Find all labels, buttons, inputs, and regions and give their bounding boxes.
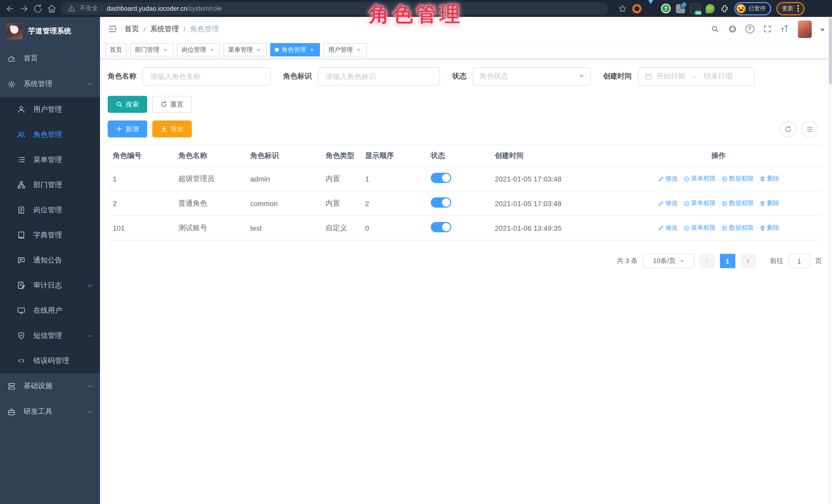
extension-leaf-icon[interactable] bbox=[706, 4, 715, 13]
profile-paused-badge[interactable]: 已暂停 bbox=[734, 2, 771, 15]
scrollbar-thumb[interactable] bbox=[829, 18, 831, 85]
close-icon[interactable]: × bbox=[309, 46, 315, 53]
extension-gem-icon[interactable] bbox=[647, 4, 656, 13]
start-date-placeholder: 开始日期 bbox=[656, 72, 685, 81]
page-number-active[interactable]: 1 bbox=[720, 254, 735, 268]
status-select[interactable]: 角色状态 bbox=[473, 67, 591, 86]
tab-departments[interactable]: 部门管理× bbox=[130, 43, 173, 56]
tab-home[interactable]: 首页 bbox=[105, 43, 127, 56]
role-name-label: 角色名称 bbox=[108, 72, 136, 81]
sidebar-item-users[interactable]: 用户管理 bbox=[0, 97, 100, 122]
tab-menus[interactable]: 菜单管理× bbox=[224, 43, 267, 56]
delete-link[interactable]: 删除 bbox=[759, 174, 779, 183]
data-permission-link[interactable]: 数据权限 bbox=[722, 199, 754, 208]
search-button[interactable]: 搜索 bbox=[108, 96, 147, 113]
sidebar-item-home[interactable]: 首页 bbox=[0, 46, 100, 71]
delete-link[interactable]: 删除 bbox=[759, 199, 779, 208]
edit-link[interactable]: 修改 bbox=[658, 174, 678, 183]
cell-role-type: 自定义 bbox=[320, 223, 360, 233]
update-label: 更新 bbox=[782, 5, 793, 12]
add-button[interactable]: 新增 bbox=[108, 121, 147, 137]
next-page-button[interactable] bbox=[740, 254, 756, 268]
refresh-table-button[interactable] bbox=[780, 121, 796, 137]
sidebar-item-dev-tools[interactable]: 研发工具 bbox=[0, 399, 100, 425]
breadcrumb: 首页 / 系统管理 / 角色管理 bbox=[125, 24, 219, 33]
tab-posts[interactable]: 岗位管理× bbox=[177, 43, 220, 56]
browser-home-icon[interactable] bbox=[47, 3, 57, 14]
sidebar-item-sms[interactable]: 短信管理 bbox=[0, 323, 100, 348]
help-icon[interactable] bbox=[745, 25, 754, 33]
browser-reload-icon[interactable] bbox=[33, 3, 43, 14]
close-icon[interactable]: × bbox=[355, 46, 362, 53]
role-key-input[interactable] bbox=[324, 72, 433, 81]
address-bar[interactable]: 不安全 dashboard.yudao.iocoder.cn/system/ro… bbox=[60, 2, 608, 15]
page-url[interactable]: dashboard.yudao.iocoder.cn/system/role bbox=[107, 5, 222, 12]
fullscreen-icon[interactable] bbox=[763, 25, 772, 33]
sidebar-item-posts[interactable]: 岗位管理 bbox=[0, 197, 100, 222]
breadcrumb-home[interactable]: 首页 bbox=[125, 24, 139, 33]
sidebar-item-infrastructure[interactable]: 基础设施 bbox=[0, 373, 100, 399]
goto-page-input[interactable] bbox=[788, 254, 810, 268]
breadcrumb-system[interactable]: 系统管理 bbox=[150, 24, 179, 33]
browser-menu-icon[interactable] bbox=[797, 5, 799, 12]
user-icon bbox=[17, 105, 26, 114]
tab-roles[interactable]: 角色管理× bbox=[270, 43, 320, 56]
close-icon[interactable]: × bbox=[209, 46, 215, 53]
menu-permission-link[interactable]: 菜单权限 bbox=[683, 199, 716, 208]
browser-update-button[interactable]: 更新 bbox=[776, 2, 805, 15]
total-count: 共 3 条 bbox=[617, 256, 638, 266]
cell-role-id: 2 bbox=[108, 199, 173, 207]
breadcrumb-current: 角色管理 bbox=[190, 24, 219, 33]
close-icon[interactable]: × bbox=[162, 46, 169, 53]
status-toggle[interactable] bbox=[431, 197, 451, 208]
app-title: 芋道管理系统 bbox=[28, 27, 71, 36]
sidebar-item-notices[interactable]: 通知公告 bbox=[0, 248, 100, 273]
book-icon bbox=[17, 231, 26, 239]
role-name-input[interactable] bbox=[149, 72, 264, 81]
github-icon[interactable] bbox=[728, 25, 737, 33]
sidebar-item-system[interactable]: 系统管理 bbox=[0, 71, 100, 97]
status-toggle[interactable] bbox=[431, 173, 451, 183]
tab-users[interactable]: 用户管理× bbox=[323, 43, 367, 56]
column-settings-button[interactable] bbox=[801, 121, 817, 137]
avatar-caret-icon[interactable] bbox=[820, 29, 824, 31]
sidebar-item-error-codes[interactable]: 错误码管理 bbox=[0, 348, 100, 373]
bookmark-star-icon[interactable] bbox=[618, 4, 627, 13]
sidebar-item-audit-log[interactable]: 审计日志 bbox=[0, 273, 100, 298]
data-permission-link[interactable]: 数据权限 bbox=[722, 223, 754, 232]
search-icon[interactable] bbox=[710, 25, 719, 33]
sidebar-item-departments[interactable]: 部门管理 bbox=[0, 172, 100, 197]
sidebar-item-online-users[interactable]: 在线用户 bbox=[0, 298, 100, 323]
data-permission-link[interactable]: 数据权限 bbox=[722, 174, 754, 183]
table-row: 101 测试账号 test 自定义 0 2021-01-06 13:49:35 … bbox=[108, 216, 822, 240]
prev-page-button[interactable] bbox=[699, 254, 714, 268]
extension-grid-icon[interactable] bbox=[676, 4, 685, 13]
extension-dark-icon[interactable]: on bbox=[690, 3, 700, 14]
page-size-select[interactable]: 10条/页 bbox=[643, 254, 694, 268]
browser-forward-icon[interactable] bbox=[19, 3, 29, 14]
sidebar-item-roles[interactable]: 角色管理 bbox=[0, 122, 100, 147]
close-icon[interactable]: × bbox=[255, 46, 262, 53]
date-range-picker[interactable]: 开始日期 - 结束日期 bbox=[638, 67, 755, 86]
extensions-puzzle-icon[interactable] bbox=[720, 4, 729, 13]
edit-link[interactable]: 修改 bbox=[658, 199, 678, 208]
font-size-icon[interactable] bbox=[780, 25, 789, 33]
menu-permission-link[interactable]: 菜单权限 bbox=[683, 223, 716, 232]
extension-orange-icon[interactable] bbox=[632, 4, 642, 13]
extension-green-icon[interactable]: 7 bbox=[661, 4, 671, 13]
reset-button[interactable]: 重置 bbox=[152, 96, 192, 113]
edit-link[interactable]: 修改 bbox=[658, 223, 678, 232]
not-secure-label[interactable]: 不安全 bbox=[79, 4, 98, 13]
collapse-sidebar-icon[interactable] bbox=[108, 24, 118, 34]
window-scrollbar[interactable] bbox=[828, 17, 832, 504]
menu-permission-link[interactable]: 菜单权限 bbox=[683, 174, 716, 183]
browser-back-icon[interactable] bbox=[5, 3, 16, 14]
sidebar-item-menus[interactable]: 菜单管理 bbox=[0, 147, 100, 172]
user-avatar[interactable] bbox=[798, 20, 811, 38]
filter-buttons: 搜索 重置 bbox=[108, 96, 822, 113]
status-toggle[interactable] bbox=[431, 222, 451, 232]
sidebar-item-dictionary[interactable]: 字典管理 bbox=[0, 222, 100, 248]
sidebar-logo[interactable]: 芋道管理系统 bbox=[0, 17, 100, 46]
delete-link[interactable]: 删除 bbox=[759, 223, 779, 232]
export-button[interactable]: 导出 bbox=[152, 121, 192, 137]
